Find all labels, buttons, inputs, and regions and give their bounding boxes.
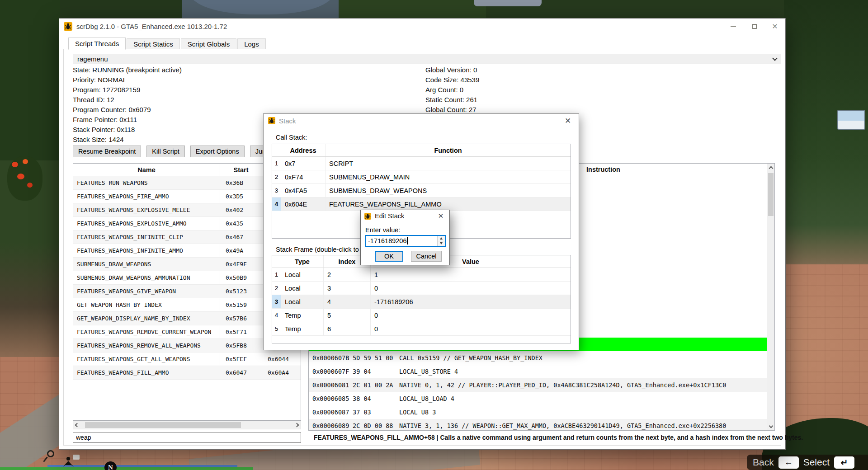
stack-frame-row[interactable]: 5 Temp 6 0 — [272, 322, 571, 336]
stack-frame-row[interactable]: 1 Local 2 1 — [272, 268, 571, 282]
call-stack-row[interactable]: 3 0x4FA5 SUBMENUS_DRAW_WEAPONS — [272, 184, 571, 197]
vertical-scrollbar-thumb[interactable] — [768, 173, 774, 216]
cancel-button[interactable]: Cancel — [411, 251, 442, 262]
horizontal-scrollbar-thumb[interactable] — [85, 422, 241, 428]
function-name-cell: FEATURES_WEAPONS_GET_ALL_WEAPONS — [73, 352, 220, 366]
scroll-up-button[interactable] — [767, 164, 774, 171]
instruction-row[interactable]: 0x0000607B 5D 59 51 00 CALL 0x5159 // GE… — [309, 351, 767, 365]
flower — [27, 183, 33, 188]
scrdbg-bug-icon — [64, 22, 72, 31]
chevron-down-icon — [772, 56, 777, 61]
action-button[interactable]: Export Options — [190, 146, 245, 157]
flower-bed — [7, 156, 42, 201]
column-header-function: Function — [326, 144, 571, 156]
window-title: scrDbg 2.1.0 - GTA5_Enhanced.exe 1013.20… — [76, 23, 227, 30]
spinner-down-button[interactable] — [438, 241, 445, 246]
thread-selector-dropdown[interactable]: ragemenu — [73, 54, 781, 64]
function-name-cell: SUBMENUS_DRAW_WEAPONS_AMMUNATION — [73, 271, 220, 284]
screen: N Back ← Select ↵ scrDbg 2.1.0 - GTA5_En… — [0, 0, 868, 470]
call-function-cell: FEATURES_WEAPONS_FILL_AMMO — [326, 197, 571, 211]
thread-info-line: Static Count: 261 — [425, 95, 479, 105]
instruction-row[interactable]: 0x00006087 37 03 LOCAL_U8 3 — [309, 405, 767, 419]
tab[interactable]: Script Globals — [181, 38, 236, 49]
function-name-cell: SUBMENUS_DRAW_WEAPONS — [73, 258, 220, 271]
maximize-button[interactable] — [744, 19, 764, 34]
stack-dialog-close-button[interactable]: ✕ — [561, 116, 574, 126]
scroll-down-button[interactable] — [767, 423, 774, 430]
frame-value-cell: 0 — [371, 322, 571, 335]
call-function-cell: SUBMENUS_DRAW_WEAPONS — [326, 184, 571, 197]
frame-type-cell: Local — [281, 295, 324, 308]
instruction-row[interactable]: 0x00006089 2C 0D 00 88 NATIVE 3, 1, 136 … — [309, 419, 767, 431]
instruction-bytes: 5D 59 51 00 — [353, 354, 393, 362]
call-function-cell: SUBMENUS_DRAW_MAIN — [326, 170, 571, 183]
edit-value-input[interactable]: -1716189206 — [365, 235, 446, 247]
action-button[interactable]: Kill Script — [146, 146, 184, 157]
ok-button[interactable]: OK — [375, 251, 403, 262]
game-button-prompts: Back ← Select ↵ — [747, 455, 868, 470]
tab[interactable]: Script Threads — [68, 38, 126, 50]
functions-horizontal-scrollbar[interactable] — [73, 421, 301, 429]
thread-info-left: State: RUNNING (breakpoint active)Priori… — [73, 65, 182, 145]
minimize-button[interactable] — [723, 19, 744, 34]
thread-info-line: State: RUNNING (breakpoint active) — [73, 65, 182, 75]
call-stack-row[interactable]: 4 0x604E FEATURES_WEAPONS_FILL_AMMO — [272, 197, 571, 211]
stack-dialog-title: Stack — [279, 117, 296, 125]
instruction-text: NATIVE 0, 1, 42 // PLAYER::PLAYER_PED_ID… — [399, 381, 726, 389]
thread-info-line: Frame Pointer: 0x111 — [73, 115, 182, 125]
tab[interactable]: Script Statics — [127, 38, 180, 49]
function-name-cell: FEATURES_WEAPONS_FIRE_AMMO — [73, 190, 220, 203]
thread-info-line: Code Size: 43539 — [425, 75, 479, 85]
scrdbg-bug-icon — [268, 117, 275, 124]
function-start-cell: 0x402 — [220, 203, 262, 216]
player-marker-icon — [63, 457, 74, 467]
instruction-row[interactable]: 0x00006085 38 04 LOCAL_U8_LOAD 4 — [309, 392, 767, 405]
function-name-cell: FEATURES_WEAPONS_GIVE_WEAPON — [73, 285, 220, 298]
instruction-row[interactable]: 0x0000607F 39 04 LOCAL_U8_STORE 4 — [309, 365, 767, 378]
edit-stack-close-button[interactable]: ✕ — [436, 212, 446, 220]
tab-label: Script Threads — [75, 40, 119, 47]
stack-frame-row[interactable]: 4 Temp 5 0 — [272, 309, 571, 322]
call-stack-row[interactable]: 2 0xF74 SUBMENUS_DRAW_MAIN — [272, 170, 571, 184]
frame-value-cell: -1716189206 — [371, 295, 571, 308]
scroll-down-icon — [769, 423, 773, 428]
instruction-text: CALL 0x5159 // GET_WEAPON_HASH_BY_INDEX — [399, 354, 542, 362]
function-row[interactable]: FEATURES_WEAPONS_GET_ALL_WEAPONS 0x5FEF … — [73, 352, 301, 366]
function-start-cell: 0x50B9 — [220, 271, 262, 284]
function-row[interactable]: FEATURES_WEAPONS_FILL_AMMO 0x6047 0x60A4 — [73, 366, 301, 380]
tab[interactable]: Logs — [237, 38, 266, 49]
close-button[interactable]: ✕ — [764, 19, 785, 34]
function-start-cell: 0x5123 — [220, 285, 262, 298]
enter-value-label: Enter value: — [365, 226, 400, 234]
spinner-up-button[interactable] — [438, 236, 445, 241]
player-body — [63, 461, 74, 467]
stack-frame-row[interactable]: 3 Local 4 -1716189206 — [272, 295, 571, 309]
instruction-row[interactable]: 0x00006081 2C 01 00 2A NATIVE 0, 1, 42 /… — [309, 378, 767, 392]
flower — [12, 162, 18, 167]
instruction-address: 0x0000607B — [312, 354, 349, 362]
instruction-bytes: 39 04 — [353, 368, 371, 375]
action-button[interactable]: Resume Breakpoint — [73, 146, 141, 157]
instruction-address: 0x0000607F — [312, 368, 349, 375]
scroll-up-icon — [769, 166, 773, 170]
function-start-cell: 0x435 — [220, 217, 262, 230]
tab-label: Script Statics — [133, 40, 173, 48]
stack-frame-row[interactable]: 2 Local 3 0 — [272, 282, 571, 295]
instruction-vertical-scrollbar[interactable] — [767, 164, 774, 430]
frame-index-cell: 3 — [324, 282, 371, 295]
row-number-cell: 1 — [272, 157, 281, 170]
instruction-bytes: 2C 0D 00 88 — [353, 422, 393, 429]
column-header-address: Address — [281, 144, 326, 156]
function-end-cell: 0x60A4 — [262, 366, 301, 379]
function-filter-input[interactable] — [73, 432, 301, 443]
stack-dialog-titlebar: Stack ✕ — [264, 114, 579, 127]
select-prompt-label: Select — [803, 457, 830, 468]
instruction-address: 0x00006081 — [312, 381, 349, 389]
instruction-text: LOCAL_U8_LOAD 4 — [399, 395, 454, 402]
status-bar: FEATURES_WEAPONS_FILL_AMMO+58 | Calls a … — [314, 434, 803, 441]
row-number-cell: 4 — [272, 309, 281, 322]
function-name-cell: FEATURES_WEAPONS_EXPLOSIVE_AMMO — [73, 217, 220, 230]
column-header-instruction: Instruction — [586, 166, 620, 173]
call-stack-row[interactable]: 1 0x7 SCRIPT — [272, 157, 571, 170]
tree-foliage-right — [784, 0, 868, 264]
